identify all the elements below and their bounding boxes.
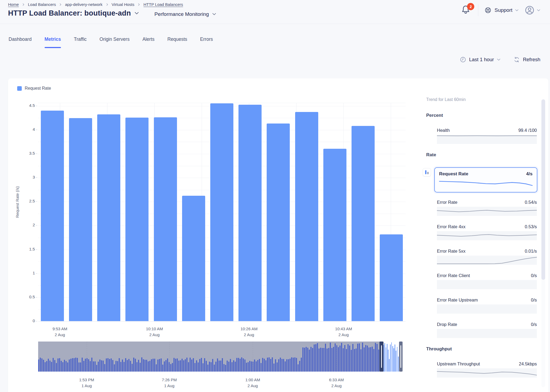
tab-requests[interactable]: Requests (161, 32, 194, 52)
overview-bar (186, 358, 187, 372)
section-heading: Percent (426, 113, 540, 118)
breadcrumb-virtual-hosts[interactable]: Virtual Hosts (112, 2, 135, 7)
metric-row-drop-rate[interactable]: Drop Rate0/s (437, 322, 537, 338)
overview-bar (333, 347, 334, 372)
metric-row-request-rate[interactable]: Request Rate4/s (434, 167, 537, 193)
request-rate-bar[interactable] (210, 103, 233, 321)
overview-bar (112, 360, 113, 372)
overview-bar (209, 362, 210, 372)
request-rate-bar[interactable] (323, 149, 346, 321)
overview-bar (293, 358, 294, 372)
request-rate-bar[interactable] (267, 124, 290, 321)
overview-bar (69, 360, 70, 372)
request-rate-bar[interactable] (295, 112, 318, 321)
overview-bar (323, 348, 324, 372)
refresh-button[interactable]: Refresh (513, 56, 540, 63)
account-menu[interactable] (524, 5, 540, 15)
overview-bar (240, 359, 241, 372)
overview-bar (120, 362, 121, 372)
tab-origin-servers[interactable]: Origin Servers (93, 32, 136, 52)
request-rate-bar[interactable] (125, 118, 149, 321)
overview-bar (133, 358, 134, 372)
overview-bar (104, 364, 105, 372)
overview-bar (117, 361, 118, 372)
brush-handle-left[interactable] (379, 342, 383, 372)
request-rate-bar[interactable] (41, 111, 64, 321)
tab-errors[interactable]: Errors (194, 32, 219, 52)
tab-alerts[interactable]: Alerts (136, 32, 161, 52)
overview-bar (101, 360, 102, 372)
overview-bar (140, 363, 141, 372)
overview-bar (211, 362, 212, 372)
request-rate-chart[interactable] (38, 103, 406, 321)
overview-selected-bar (393, 348, 394, 372)
overview-bar (272, 357, 273, 372)
request-rate-bar[interactable] (97, 114, 120, 321)
metric-row-error-rate-upstream[interactable]: Error Rate Upstream0/s (437, 297, 537, 314)
overview-bar (103, 361, 104, 372)
metric-row-health[interactable]: Health99.4 /100 (437, 128, 537, 144)
request-rate-bar[interactable] (69, 118, 92, 321)
breadcrumb-app-delivery-network[interactable]: app-delivery-network (65, 2, 102, 7)
metric-row-error-rate-4xx[interactable]: Error Rate 4xx0.53/s (437, 224, 537, 240)
chevron-down-icon (135, 12, 139, 15)
overview-bar (111, 358, 112, 372)
overview-bar (257, 360, 258, 372)
section-heading: Rate (426, 152, 540, 158)
view-selector[interactable]: Performance Monitoring (154, 11, 216, 17)
overview-bar (204, 358, 205, 372)
sparkline-box (437, 135, 537, 144)
tab-traffic[interactable]: Traffic (67, 32, 93, 52)
overview-bar (264, 359, 265, 372)
breadcrumb-load-balancers[interactable]: Load Balancers (28, 2, 56, 7)
overview-bar (182, 359, 183, 372)
time-range-selector[interactable]: Last 1 hour (460, 56, 501, 63)
chevron-down-icon (212, 13, 216, 16)
tab-dashboard[interactable]: Dashboard (2, 32, 38, 52)
overview-bar (91, 358, 92, 372)
overview-bar (74, 358, 75, 372)
metric-row-error-rate-client[interactable]: Error Rate Client0/s (437, 273, 537, 289)
overview-bar (256, 361, 257, 372)
overview-bar (315, 344, 316, 372)
support-menu[interactable]: Support (484, 6, 519, 14)
sparkline (437, 207, 537, 216)
metric-row-upstream-throughput[interactable]: Upstream Throughput24.5kbps (437, 361, 537, 378)
refresh-icon (513, 56, 520, 63)
overview-bar (328, 348, 329, 372)
overview-bar (283, 359, 284, 372)
x-tick-label: 9:53 AM2 Aug (38, 326, 81, 338)
overview-selected-bar (389, 359, 390, 372)
metric-header: Drop Rate0/s (437, 322, 537, 327)
tab-metrics[interactable]: Metrics (38, 32, 67, 52)
overview-bar (136, 362, 138, 372)
chevron-down-icon (497, 59, 501, 61)
metric-label: Error Rate (437, 200, 457, 205)
overview-bar (188, 362, 189, 372)
breadcrumb: Home Load Balancers app-delivery-network… (8, 2, 183, 7)
page-title-row[interactable]: HTTP Load Balancer: boutique-adn (8, 9, 139, 17)
bar-chart-icon-button[interactable] (423, 168, 431, 176)
overview-bar (48, 359, 49, 372)
overview-bar (290, 359, 291, 372)
overview-bar (231, 362, 233, 372)
overview-brush-chart[interactable] (38, 342, 406, 372)
header-divider-vertical (478, 4, 478, 16)
metric-row-error-rate-5xx[interactable]: Error Rate 5xx0.01/s (437, 249, 537, 265)
legend-request-rate[interactable]: Request Rate (17, 86, 51, 91)
brush-handle-right[interactable] (399, 342, 403, 372)
breadcrumb-home[interactable]: Home (8, 2, 19, 7)
y-tick-label: 4.5 (21, 103, 35, 108)
request-rate-bar[interactable] (352, 126, 375, 321)
request-rate-bar[interactable] (182, 196, 205, 321)
overview-bar (124, 362, 125, 372)
overview-bar (339, 346, 341, 372)
metric-row-error-rate[interactable]: Error Rate0.54/s (437, 200, 537, 216)
request-rate-bar[interactable] (380, 234, 403, 321)
request-rate-bar[interactable] (154, 117, 177, 321)
notifications-button[interactable]: 2 (461, 5, 472, 16)
scrollbar-thumb[interactable] (541, 99, 545, 280)
sparkline (437, 135, 537, 144)
request-rate-bar[interactable] (238, 105, 262, 321)
breadcrumb-http-load-balancers[interactable]: HTTP Load Balancers (143, 2, 183, 7)
